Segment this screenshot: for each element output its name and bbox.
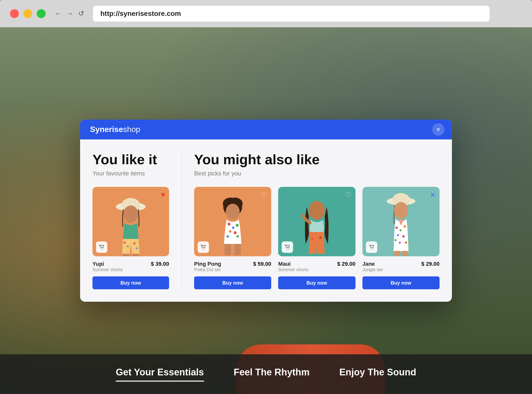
browser-content: Get Your Essentials Feel The Rhythm Enjo… <box>0 27 532 394</box>
cart-svg-yupi <box>99 245 104 250</box>
svg-point-4 <box>127 245 129 247</box>
svg-point-34 <box>399 229 401 231</box>
cart-svg-maui <box>285 245 290 250</box>
svg-point-32 <box>394 202 408 219</box>
product-desc-ping-pong: Polka Dot set <box>194 267 221 272</box>
product-name-ping-pong: Ping Pong <box>194 261 221 267</box>
url-text: http://synerisestore.com <box>100 10 181 18</box>
product-image-jane: ✕ <box>362 187 440 256</box>
svg-point-22 <box>203 249 203 249</box>
svg-point-2 <box>123 205 138 223</box>
modal: Syneriseshop × You like it Your favourit… <box>80 120 452 302</box>
heart-icon-yupi[interactable]: ♥ <box>161 191 165 199</box>
svg-rect-20 <box>225 244 231 255</box>
product-image-ping-pong: ♡ <box>194 187 271 256</box>
svg-point-26 <box>319 236 322 239</box>
product-desc-maui: Sommer shorts <box>278 267 308 272</box>
svg-point-10 <box>103 249 103 249</box>
svg-rect-7 <box>123 254 129 256</box>
cart-icon-ping-pong[interactable] <box>198 241 209 253</box>
forward-button[interactable]: → <box>66 10 73 17</box>
recommended-title: You might also like <box>194 152 440 167</box>
product-info-jane: Jane Jungle set $ 29.00 <box>362 261 440 272</box>
cart-icon-yupi[interactable] <box>96 241 107 253</box>
svg-point-36 <box>397 234 399 236</box>
cart-icon-jane[interactable] <box>366 241 377 253</box>
heart-icon-ping-pong[interactable]: ♡ <box>261 191 267 199</box>
svg-point-12 <box>226 204 240 220</box>
modal-overlay: Syneriseshop × You like it Your favourit… <box>0 27 532 394</box>
modal-header: Syneriseshop × <box>80 120 452 139</box>
svg-point-40 <box>399 242 401 244</box>
product-price-maui: $ 29.00 <box>337 261 355 267</box>
address-bar[interactable]: http://synerisestore.com <box>93 6 490 22</box>
svg-point-18 <box>227 235 229 238</box>
buy-button-yupi[interactable]: Buy now <box>92 276 169 289</box>
buy-button-maui[interactable]: Buy now <box>278 276 355 289</box>
product-info-maui: Maui Sommer shorts $ 29.00 <box>278 261 355 272</box>
svg-rect-8 <box>133 254 139 256</box>
product-desc-yupi: Summer shorts <box>92 267 123 272</box>
svg-point-13 <box>228 223 231 226</box>
svg-point-6 <box>136 247 138 249</box>
buy-button-jane[interactable]: Buy now <box>362 276 440 289</box>
svg-point-15 <box>236 224 239 227</box>
buy-button-ping-pong[interactable]: Buy now <box>194 276 271 289</box>
modal-logo: Syneriseshop <box>90 125 140 134</box>
back-button[interactable]: ← <box>55 10 61 17</box>
svg-point-39 <box>405 241 407 244</box>
traffic-light-minimize[interactable] <box>23 9 32 18</box>
cart-icon-maui[interactable] <box>282 241 293 253</box>
svg-point-38 <box>394 239 396 241</box>
heart-icon-maui[interactable]: ♡ <box>345 191 352 199</box>
logo-brand: Synerise <box>90 125 123 134</box>
browser-titlebar: ← → ↺ http://synerisestore.com <box>0 0 532 27</box>
product-image-maui: ♡ <box>278 187 355 256</box>
svg-point-19 <box>236 235 239 238</box>
product-info-yupi: Yupi Summer shorts $ 39.00 <box>92 261 169 272</box>
traffic-light-maximize[interactable] <box>37 9 46 18</box>
liked-subtitle: Your favourite items <box>92 170 169 177</box>
recommended-products-grid: ♡ <box>194 187 440 289</box>
svg-point-35 <box>403 225 406 228</box>
product-price-yupi: $ 39.00 <box>151 261 169 267</box>
refresh-button[interactable]: ↺ <box>78 10 84 17</box>
product-price-jane: $ 29.00 <box>421 261 440 267</box>
product-card-maui: ♡ <box>278 187 355 289</box>
product-desc-jane: Jungle set <box>362 267 383 272</box>
recommended-subtitle: Best picks for you <box>194 170 440 177</box>
product-card-ping-pong: ♡ <box>194 187 271 289</box>
product-card-yupi: ♥ <box>92 187 169 289</box>
browser-nav: ← → ↺ <box>55 10 84 17</box>
product-info-ping-pong: Ping Pong Polka Dot set $ 59.00 <box>194 261 271 272</box>
section-liked: You like it Your favourite items <box>92 152 182 290</box>
svg-point-24 <box>309 201 325 220</box>
svg-point-27 <box>315 247 317 249</box>
svg-point-17 <box>234 231 237 234</box>
cart-svg-jane <box>369 245 374 250</box>
liked-title: You like it <box>92 152 169 167</box>
svg-point-29 <box>288 249 289 249</box>
browser-frame: ← → ↺ http://synerisestore.com Get Your … <box>0 0 532 394</box>
x-icon-jane[interactable]: ✕ <box>430 191 436 199</box>
svg-point-43 <box>371 249 371 249</box>
svg-point-5 <box>133 242 136 245</box>
modal-close-button[interactable]: × <box>432 123 444 136</box>
svg-point-3 <box>123 241 126 244</box>
logo-suffix: shop <box>123 125 140 134</box>
svg-point-33 <box>395 227 398 229</box>
product-image-yupi: ♥ <box>92 187 169 256</box>
svg-point-23 <box>204 249 205 249</box>
svg-rect-41 <box>394 251 400 256</box>
svg-point-44 <box>372 249 373 249</box>
product-name-maui: Maui <box>278 261 308 267</box>
svg-point-37 <box>402 235 405 238</box>
traffic-light-close[interactable] <box>10 9 19 18</box>
section-recommended: You might also like Best picks for you <box>182 152 440 290</box>
product-name-jane: Jane <box>362 261 383 267</box>
svg-rect-42 <box>402 251 408 256</box>
svg-rect-21 <box>235 244 241 255</box>
product-card-jane: ✕ <box>362 187 440 289</box>
svg-point-16 <box>229 230 232 233</box>
cart-svg-ping-pong <box>201 245 206 250</box>
